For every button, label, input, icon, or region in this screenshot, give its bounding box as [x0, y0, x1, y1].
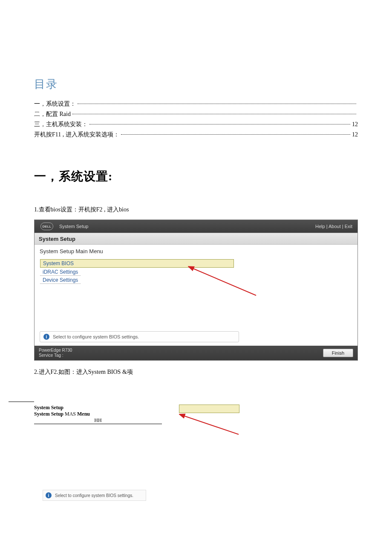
annotation-arrow-icon — [179, 413, 243, 439]
toc-item[interactable]: 一，系统设置： — [34, 100, 358, 108]
toc-item[interactable]: 开机按F11 , 进入系统安装选项： 12 — [34, 131, 358, 139]
menu-item-device[interactable]: Device Settings — [40, 276, 81, 284]
bios-menu-label: System Setup Main Menu — [35, 245, 357, 257]
bios-panel-title: System Setup — [35, 233, 357, 245]
finish-button[interactable]: Finish — [323, 349, 353, 357]
toc-dots — [121, 134, 350, 135]
info-icon: i — [43, 334, 49, 340]
step-text: 2.进入F2.如图：进入System BIOS &项 — [34, 368, 358, 376]
menu-item-system-bios[interactable]: System BIOS — [40, 259, 234, 268]
bios-screenshot: DELL System Setup Help | About | Exit Sy… — [34, 220, 358, 361]
menu-item-idrac[interactable]: iDRAC Settings — [40, 268, 81, 276]
bios-hint: i Select to configure system BIOS settin… — [40, 331, 239, 342]
toc-title: 目录 — [34, 77, 358, 92]
small-hint-text: Select to configure system BIOS settings… — [55, 493, 133, 498]
bios-hint-text: Select to configure system BIOS settings… — [53, 334, 139, 339]
section-heading: 一，系统设置: — [34, 168, 358, 185]
bios-topbar: DELL System Setup Help | About | Exit — [35, 220, 357, 233]
small-menu-label: System Setup MAS Menu — [34, 411, 162, 417]
bios-model: PowerEdge R730 — [39, 348, 323, 353]
toc-dots — [89, 124, 350, 124]
info-icon: i — [46, 492, 52, 498]
bios-footer: PowerEdge R730 Service Tag : Finish — [35, 346, 357, 360]
toc-item[interactable]: 三，主机系统安装： 12 — [34, 121, 358, 128]
toc-item[interactable]: 二，配置 Raid — [34, 110, 358, 118]
toc-dots — [72, 114, 356, 114]
toc-label: 开机按F11 , 进入系统安装选项： — [34, 131, 119, 139]
bios-top-title: System Setup — [59, 224, 315, 229]
toc-dots — [78, 104, 356, 104]
svg-line-1 — [183, 416, 239, 434]
small-title: System Setup — [34, 405, 162, 411]
divider — [9, 402, 34, 402]
step-text: 1.查看bios设置：开机按F2 , 进入bios — [34, 206, 358, 214]
toc-label: 二，配置 Raid — [34, 110, 71, 118]
bios-top-links[interactable]: Help | About | Exit — [315, 224, 352, 229]
bios-body: System BIOS iDRAC Settings Device Settin… — [35, 257, 357, 331]
toc-page: 12 — [352, 131, 358, 138]
bios-servicetag: Service Tag : — [39, 353, 323, 358]
small-highlight — [179, 405, 239, 413]
divider — [34, 424, 162, 424]
toc-label: 三，主机系统安装： — [34, 121, 88, 128]
dell-logo-icon: DELL — [40, 223, 53, 230]
toc-page: 12 — [352, 121, 358, 128]
small-hh: HH — [34, 417, 162, 424]
toc-label: 一，系统设置： — [34, 100, 76, 108]
small-hint: i Select to configure system BIOS settin… — [43, 490, 146, 501]
